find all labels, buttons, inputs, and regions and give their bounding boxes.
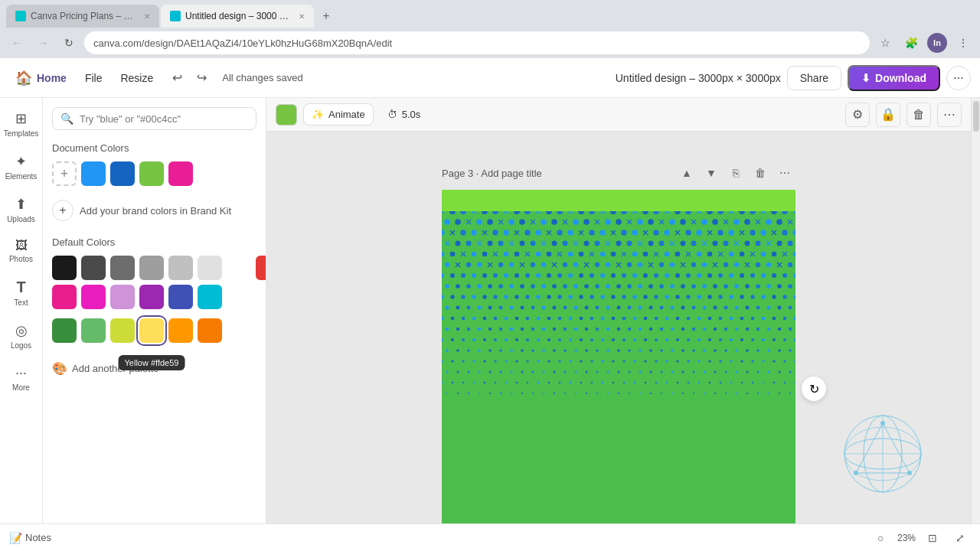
refresh-button[interactable]: ↻: [802, 377, 826, 401]
tab-1-title: Canva Pricing Plans – Free, Pro &...: [31, 11, 136, 21]
timer-button[interactable]: ⏱ 5.0s: [380, 104, 429, 125]
page-up-button[interactable]: ▲: [676, 162, 697, 184]
doc-color-darkblue[interactable]: [110, 161, 135, 186]
sidebar-item-elements[interactable]: ✦ Elements: [2, 147, 41, 187]
forward-button[interactable]: →: [32, 32, 54, 54]
design-title: Untitled design – 3000px × 3000px: [616, 72, 781, 84]
sidebar-item-templates[interactable]: ⊞ Templates: [2, 104, 41, 144]
page-copy-button[interactable]: ⎘: [725, 162, 746, 184]
default-color-1[interactable]: [81, 256, 106, 280]
address-bar[interactable]: canva.com/design/DAEt1AQaZi4/10eYLk0hzHu…: [84, 31, 870, 54]
sidebar-item-uploads[interactable]: ⬆ Uploads: [2, 190, 41, 230]
browser-tab-2[interactable]: Untitled design – 3000 × 3000px ✕: [161, 5, 314, 28]
undo-button[interactable]: ↩: [165, 67, 188, 90]
color-lime[interactable]: [110, 318, 135, 343]
text-label: Text: [14, 298, 28, 307]
settings-button[interactable]: ⋮: [952, 32, 974, 54]
default-color-10[interactable]: [110, 285, 135, 309]
color-light-green[interactable]: [81, 318, 106, 343]
add-palette-button[interactable]: 🎨 Add another palette: [52, 358, 256, 379]
page-delete-button[interactable]: 🗑: [750, 162, 771, 184]
canvas-page[interactable]: [442, 190, 795, 523]
profile-avatar: In: [927, 33, 947, 53]
animate-label: Animate: [328, 109, 365, 120]
elements-label: Elements: [5, 172, 38, 181]
uploads-icon: ⬆: [15, 196, 27, 213]
tab-2-title: Untitled design – 3000 × 3000px: [185, 11, 291, 21]
page-down-button[interactable]: ▼: [701, 162, 722, 184]
default-color-5[interactable]: [198, 256, 222, 280]
file-menu[interactable]: File: [79, 67, 109, 89]
new-tab-button[interactable]: +: [315, 5, 337, 27]
color-search-input[interactable]: [80, 113, 248, 125]
color-dark-green[interactable]: [52, 318, 77, 343]
scrollbar-thumb[interactable]: [973, 101, 979, 132]
color-orange[interactable]: [168, 318, 193, 343]
trash-button[interactable]: 🗑: [906, 103, 931, 127]
default-color-3[interactable]: [139, 256, 164, 280]
download-button[interactable]: ⬇ Download: [848, 65, 940, 91]
reload-button[interactable]: ↻: [58, 32, 80, 54]
fit-screen-button[interactable]: ⊡: [922, 527, 943, 549]
default-color-0[interactable]: [52, 256, 77, 280]
bottom-right-controls: ○ 23% ⊡ ⤢: [870, 527, 971, 549]
timer-icon: ⏱: [387, 109, 397, 120]
color-search-bar[interactable]: 🔍: [52, 107, 256, 130]
more-options-button[interactable]: ···: [946, 66, 971, 90]
page-more-button[interactable]: ⋯: [774, 162, 795, 184]
sidebar-item-text[interactable]: T Text: [2, 272, 41, 313]
color-yellow[interactable]: [139, 318, 164, 343]
browser-tab-1[interactable]: Canva Pricing Plans – Free, Pro &... ✕: [6, 5, 159, 28]
doc-color-green[interactable]: [139, 161, 164, 186]
home-button[interactable]: 🏠 Home: [9, 65, 73, 91]
sidebar-item-logos[interactable]: ◎ Logos: [2, 316, 41, 356]
extension-button[interactable]: 🧩: [900, 32, 922, 54]
doc-color-blue[interactable]: [81, 161, 106, 186]
back-button[interactable]: ←: [6, 32, 28, 54]
default-color-11[interactable]: [139, 285, 164, 309]
share-button[interactable]: Share: [787, 66, 841, 90]
sidebar-item-more[interactable]: ··· More: [2, 359, 41, 398]
timer-label: 5.0s: [402, 109, 421, 120]
lock-button[interactable]: 🔒: [876, 103, 900, 127]
selected-color-swatch[interactable]: [276, 104, 297, 126]
bookmark-button[interactable]: ☆: [874, 32, 896, 54]
filter-button[interactable]: ⚙: [845, 103, 870, 127]
default-color-9[interactable]: [81, 285, 106, 309]
sidebar-item-photos[interactable]: 🖼 Photos: [2, 233, 41, 269]
zoom-level: 23%: [897, 533, 916, 543]
default-color-6[interactable]: [227, 256, 251, 280]
notes-label: Notes: [25, 532, 51, 543]
default-color-8[interactable]: [52, 285, 77, 309]
more-canvas-button[interactable]: ⋯: [937, 103, 962, 127]
brand-kit-plus-icon: +: [52, 200, 74, 221]
page-wrapper: Page 3 · Add page title ▲ ▼ ⎘ 🗑 ⋯: [442, 162, 795, 523]
zoom-out-button[interactable]: ○: [870, 527, 891, 549]
default-color-4[interactable]: [168, 256, 193, 280]
resize-menu[interactable]: Resize: [114, 67, 159, 89]
fullscreen-button[interactable]: ⤢: [949, 527, 971, 549]
add-color-button[interactable]: +: [52, 161, 77, 186]
profile-area[interactable]: In: [926, 32, 948, 54]
svg-point-7: [907, 471, 912, 475]
default-color-2[interactable]: [110, 256, 135, 280]
animate-button[interactable]: ✨ Animate: [303, 103, 374, 126]
page-label[interactable]: Page 3 · Add page title: [442, 168, 670, 179]
brand-kit-row[interactable]: + Add your brand colors in Brand Kit: [52, 197, 256, 224]
default-colors-title: Default Colors: [52, 236, 256, 248]
doc-color-pink[interactable]: [168, 161, 193, 186]
photos-label: Photos: [9, 255, 33, 263]
tab-favicon-2: [170, 11, 181, 21]
brand-kit-label: Add your brand colors in Brand Kit: [80, 205, 231, 217]
page-label-bar: Page 3 · Add page title ▲ ▼ ⎘ 🗑 ⋯: [442, 162, 795, 184]
yellow-color-container[interactable]: Yellow #ffde59: [139, 318, 164, 343]
download-icon: ⬇: [861, 72, 871, 84]
color-dark-orange[interactable]: [198, 318, 222, 343]
tab-2-close[interactable]: ✕: [299, 12, 305, 21]
redo-button[interactable]: ↪: [190, 67, 213, 90]
default-color-7[interactable]: [256, 256, 266, 280]
default-color-12[interactable]: [168, 285, 193, 309]
tab-1-close[interactable]: ✕: [144, 12, 150, 21]
default-color-13[interactable]: [198, 285, 222, 309]
notes-icon: 📝: [9, 532, 22, 544]
